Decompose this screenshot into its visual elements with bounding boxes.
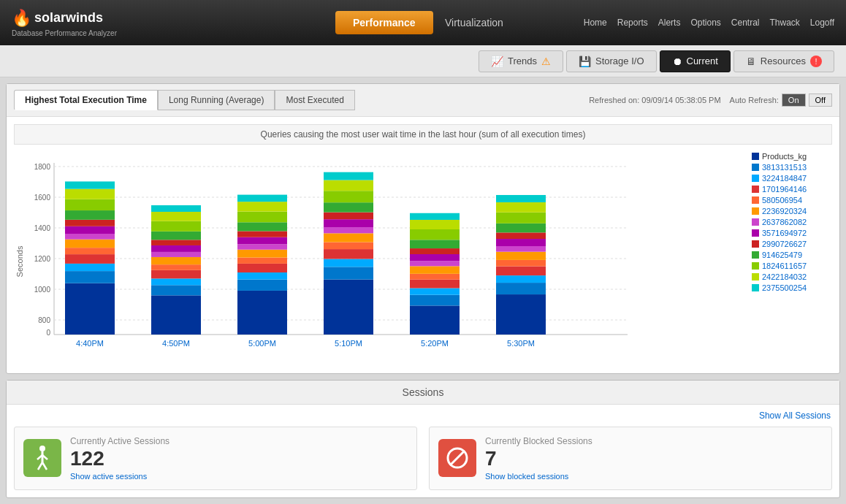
chart-bar-segment[interactable] — [324, 219, 373, 227]
chart-bar-segment[interactable] — [65, 189, 115, 199]
chart-x-label[interactable]: 5:00PM — [248, 339, 276, 348]
chart-bar-segment[interactable] — [237, 264, 287, 272]
chart-bar-segment[interactable] — [65, 254, 115, 264]
chart-bar-segment[interactable] — [410, 305, 460, 335]
tab-trends[interactable]: 📈 Trends ⚠ — [479, 50, 563, 72]
chart-bar-segment[interactable] — [151, 285, 201, 295]
chart-bar-segment[interactable] — [324, 249, 373, 259]
legend-item[interactable]: 2422184032 — [752, 272, 832, 281]
chart-bar-segment[interactable] — [65, 283, 115, 335]
chart-bar-segment[interactable] — [237, 272, 287, 280]
chart-bar-segment[interactable] — [496, 283, 546, 294]
tab-long-running[interactable]: Long Running (Average) — [158, 90, 275, 110]
legend-item[interactable]: 1701964146 — [752, 185, 832, 194]
chart-bar-segment[interactable] — [324, 172, 373, 180]
chart-x-label[interactable]: 4:40PM — [76, 339, 104, 348]
legend-item[interactable]: 2637862082 — [752, 218, 832, 226]
chart-bar-segment[interactable] — [410, 213, 460, 220]
nav-reports[interactable]: Reports — [617, 18, 648, 28]
chart-bar-segment[interactable] — [410, 274, 460, 280]
chart-bar-segment[interactable] — [410, 261, 460, 266]
chart-bar-segment[interactable] — [496, 195, 546, 202]
show-blocked-sessions-link[interactable]: Show blocked sessions — [485, 472, 823, 481]
chart-bar-segment[interactable] — [65, 199, 115, 210]
performance-button[interactable]: Performance — [335, 11, 433, 34]
chart-bar-segment[interactable] — [237, 195, 287, 202]
chart-bar-segment[interactable] — [324, 202, 373, 212]
show-all-sessions-link[interactable]: Show All Sessions — [759, 411, 831, 421]
chart-x-label[interactable]: 4:50PM — [162, 339, 190, 348]
chart-x-label[interactable]: 5:30PM — [507, 339, 535, 348]
legend-item[interactable]: 3813131513 — [752, 163, 832, 172]
chart-bar-segment[interactable] — [496, 232, 546, 239]
chart-bar-segment[interactable] — [496, 294, 546, 335]
auto-refresh-on[interactable]: On — [782, 93, 806, 107]
legend-item[interactable]: 2375500254 — [752, 283, 832, 292]
chart-bar-segment[interactable] — [496, 252, 546, 260]
nav-logoff[interactable]: Logoff — [810, 18, 834, 28]
chart-bar-segment[interactable] — [151, 252, 201, 257]
chart-bar-segment[interactable] — [65, 240, 115, 248]
chart-bar-segment[interactable] — [324, 213, 373, 220]
chart-bar-segment[interactable] — [237, 244, 287, 249]
chart-bar-segment[interactable] — [151, 205, 201, 212]
chart-bar-segment[interactable] — [496, 213, 546, 224]
chart-bar-segment[interactable] — [65, 181, 115, 188]
chart-bar-segment[interactable] — [65, 210, 115, 220]
chart-bar-segment[interactable] — [151, 232, 201, 240]
tab-highest-execution[interactable]: Highest Total Execution Time — [14, 90, 158, 110]
chart-bar-segment[interactable] — [410, 229, 460, 240]
chart-bar-segment[interactable] — [237, 202, 287, 211]
chart-bar-segment[interactable] — [410, 254, 460, 261]
nav-home[interactable]: Home — [584, 18, 607, 28]
chart-bar-segment[interactable] — [410, 266, 460, 273]
chart-bar-segment[interactable] — [496, 275, 546, 283]
tab-current[interactable]: ⏺ Current — [660, 50, 731, 72]
chart-bar-segment[interactable] — [410, 220, 460, 229]
chart-bar-segment[interactable] — [151, 270, 201, 279]
chart-bar-segment[interactable] — [237, 291, 287, 335]
legend-item[interactable]: 580506954 — [752, 196, 832, 205]
chart-bar-segment[interactable] — [237, 258, 287, 264]
legend-item[interactable]: 2236920324 — [752, 207, 832, 215]
tab-storage-io[interactable]: 💾 Storage I/O — [566, 50, 656, 72]
legend-item[interactable]: 3571694972 — [752, 229, 832, 237]
chart-x-label[interactable]: 5:10PM — [335, 339, 362, 348]
chart-bar-segment[interactable] — [410, 295, 460, 306]
chart-bar-segment[interactable] — [151, 245, 201, 252]
chart-bar-segment[interactable] — [496, 260, 546, 267]
chart-bar-segment[interactable] — [496, 239, 546, 246]
chart-bar-segment[interactable] — [237, 212, 287, 223]
chart-bar-segment[interactable] — [324, 267, 373, 279]
legend-item[interactable]: 2990726627 — [752, 240, 832, 248]
nav-alerts[interactable]: Alerts — [658, 18, 681, 28]
chart-bar-segment[interactable] — [410, 240, 460, 248]
chart-bar-segment[interactable] — [496, 202, 546, 213]
chart-bar-segment[interactable] — [65, 220, 115, 226]
chart-bar-segment[interactable] — [324, 180, 373, 191]
chart-bar-segment[interactable] — [151, 257, 201, 264]
chart-bar-segment[interactable] — [496, 224, 546, 233]
virtualization-button[interactable]: Virtualization — [445, 17, 503, 28]
chart-bar-segment[interactable] — [65, 226, 115, 234]
chart-bar-segment[interactable] — [65, 271, 115, 283]
chart-bar-segment[interactable] — [496, 267, 546, 276]
chart-bar-segment[interactable] — [65, 264, 115, 271]
chart-bar-segment[interactable] — [324, 243, 373, 250]
show-active-sessions-link[interactable]: Show active sessions — [70, 472, 408, 481]
chart-bar-segment[interactable] — [151, 212, 201, 221]
chart-bar-segment[interactable] — [324, 233, 373, 242]
chart-bar-segment[interactable] — [151, 295, 201, 335]
chart-bar-segment[interactable] — [65, 234, 115, 240]
chart-bar-segment[interactable] — [324, 227, 373, 233]
chart-bar-segment[interactable] — [324, 191, 373, 202]
nav-central[interactable]: Central — [731, 18, 760, 28]
legend-item[interactable]: 1824611657 — [752, 261, 832, 270]
chart-bar-segment[interactable] — [324, 259, 373, 267]
chart-bar-segment[interactable] — [151, 240, 201, 245]
chart-bar-segment[interactable] — [237, 250, 287, 258]
tab-resources[interactable]: 🖥 Resources ! — [733, 50, 834, 72]
chart-bar-segment[interactable] — [237, 222, 287, 231]
chart-bar-segment[interactable] — [237, 231, 287, 237]
chart-bar-segment[interactable] — [65, 248, 115, 254]
